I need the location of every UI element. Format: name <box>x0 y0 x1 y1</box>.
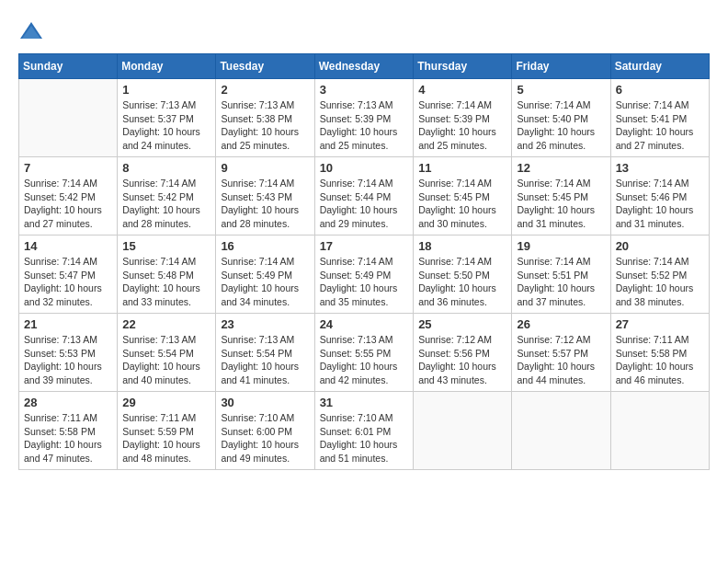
day-number: 17 <box>320 239 409 253</box>
day-info: Sunrise: 7:14 AM Sunset: 5:51 PM Dayligh… <box>517 255 605 309</box>
day-info: Sunrise: 7:14 AM Sunset: 5:45 PM Dayligh… <box>517 177 605 231</box>
calendar-cell: 12Sunrise: 7:14 AM Sunset: 5:45 PM Dayli… <box>512 157 610 236</box>
weekday-header: Monday <box>118 54 216 79</box>
day-number: 15 <box>122 239 210 253</box>
calendar-cell: 23Sunrise: 7:13 AM Sunset: 5:54 PM Dayli… <box>216 314 314 392</box>
day-info: Sunrise: 7:14 AM Sunset: 5:43 PM Dayligh… <box>221 177 309 231</box>
calendar-cell: 29Sunrise: 7:11 AM Sunset: 5:59 PM Dayli… <box>118 392 216 470</box>
day-number: 21 <box>24 317 112 331</box>
day-info: Sunrise: 7:14 AM Sunset: 5:49 PM Dayligh… <box>320 255 409 309</box>
day-info: Sunrise: 7:11 AM Sunset: 5:58 PM Dayligh… <box>616 333 704 387</box>
page-header <box>18 18 710 44</box>
calendar-cell: 19Sunrise: 7:14 AM Sunset: 5:51 PM Dayli… <box>512 236 610 314</box>
calendar-cell: 11Sunrise: 7:14 AM Sunset: 5:45 PM Dayli… <box>414 157 512 236</box>
day-number: 2 <box>221 83 309 97</box>
calendar-cell: 18Sunrise: 7:14 AM Sunset: 5:50 PM Dayli… <box>414 236 512 314</box>
day-number: 14 <box>24 239 112 253</box>
day-number: 20 <box>616 239 704 253</box>
calendar-cell: 8Sunrise: 7:14 AM Sunset: 5:42 PM Daylig… <box>118 157 216 236</box>
day-info: Sunrise: 7:14 AM Sunset: 5:42 PM Dayligh… <box>122 177 210 231</box>
calendar-week-row: 21Sunrise: 7:13 AM Sunset: 5:53 PM Dayli… <box>19 314 710 392</box>
day-info: Sunrise: 7:13 AM Sunset: 5:38 PM Dayligh… <box>221 98 309 153</box>
day-info: Sunrise: 7:13 AM Sunset: 5:37 PM Dayligh… <box>122 98 210 153</box>
calendar-cell: 25Sunrise: 7:12 AM Sunset: 5:56 PM Dayli… <box>414 314 512 392</box>
calendar-cell: 6Sunrise: 7:14 AM Sunset: 5:41 PM Daylig… <box>610 79 709 157</box>
day-info: Sunrise: 7:14 AM Sunset: 5:47 PM Dayligh… <box>24 255 112 309</box>
calendar-header-row: SundayMondayTuesdayWednesdayThursdayFrid… <box>19 54 710 79</box>
day-number: 27 <box>616 317 704 331</box>
calendar-cell: 17Sunrise: 7:14 AM Sunset: 5:49 PM Dayli… <box>314 236 414 314</box>
day-info: Sunrise: 7:12 AM Sunset: 5:57 PM Dayligh… <box>517 333 605 387</box>
calendar-cell: 1Sunrise: 7:13 AM Sunset: 5:37 PM Daylig… <box>118 79 216 157</box>
day-number: 5 <box>517 83 605 97</box>
calendar-week-row: 14Sunrise: 7:14 AM Sunset: 5:47 PM Dayli… <box>19 236 710 314</box>
day-info: Sunrise: 7:13 AM Sunset: 5:54 PM Dayligh… <box>122 333 210 387</box>
calendar-cell: 30Sunrise: 7:10 AM Sunset: 6:00 PM Dayli… <box>216 392 314 470</box>
day-number: 29 <box>122 396 210 409</box>
calendar-cell: 21Sunrise: 7:13 AM Sunset: 5:53 PM Dayli… <box>19 314 118 392</box>
weekday-header: Friday <box>512 54 610 79</box>
day-number: 11 <box>418 161 506 175</box>
day-number: 24 <box>320 317 409 331</box>
day-info: Sunrise: 7:13 AM Sunset: 5:55 PM Dayligh… <box>320 333 409 387</box>
day-number: 30 <box>221 396 309 409</box>
day-number: 18 <box>418 239 506 253</box>
weekday-header: Tuesday <box>216 54 314 79</box>
calendar-cell: 9Sunrise: 7:14 AM Sunset: 5:43 PM Daylig… <box>216 157 314 236</box>
day-info: Sunrise: 7:14 AM Sunset: 5:42 PM Dayligh… <box>24 177 112 231</box>
calendar-cell: 13Sunrise: 7:14 AM Sunset: 5:46 PM Dayli… <box>610 157 709 236</box>
day-number: 6 <box>616 83 704 97</box>
day-info: Sunrise: 7:13 AM Sunset: 5:53 PM Dayligh… <box>24 333 112 387</box>
calendar-table: SundayMondayTuesdayWednesdayThursdayFrid… <box>18 53 710 470</box>
calendar-cell: 7Sunrise: 7:14 AM Sunset: 5:42 PM Daylig… <box>19 157 118 236</box>
day-info: Sunrise: 7:14 AM Sunset: 5:50 PM Dayligh… <box>418 255 506 309</box>
calendar-cell: 15Sunrise: 7:14 AM Sunset: 5:48 PM Dayli… <box>118 236 216 314</box>
day-info: Sunrise: 7:14 AM Sunset: 5:44 PM Dayligh… <box>320 177 409 231</box>
day-info: Sunrise: 7:11 AM Sunset: 5:59 PM Dayligh… <box>122 411 210 465</box>
calendar-cell: 31Sunrise: 7:10 AM Sunset: 6:01 PM Dayli… <box>314 392 414 470</box>
calendar-cell: 24Sunrise: 7:13 AM Sunset: 5:55 PM Dayli… <box>314 314 414 392</box>
day-number: 25 <box>418 317 506 331</box>
calendar-cell: 16Sunrise: 7:14 AM Sunset: 5:49 PM Dayli… <box>216 236 314 314</box>
day-info: Sunrise: 7:10 AM Sunset: 6:01 PM Dayligh… <box>320 411 409 465</box>
day-info: Sunrise: 7:14 AM Sunset: 5:52 PM Dayligh… <box>616 255 704 309</box>
calendar-cell: 26Sunrise: 7:12 AM Sunset: 5:57 PM Dayli… <box>512 314 610 392</box>
day-info: Sunrise: 7:14 AM Sunset: 5:39 PM Dayligh… <box>418 98 506 153</box>
day-info: Sunrise: 7:13 AM Sunset: 5:54 PM Dayligh… <box>221 333 309 387</box>
day-number: 7 <box>24 161 112 175</box>
calendar-cell: 2Sunrise: 7:13 AM Sunset: 5:38 PM Daylig… <box>216 79 314 157</box>
day-info: Sunrise: 7:14 AM Sunset: 5:45 PM Dayligh… <box>418 177 506 231</box>
day-info: Sunrise: 7:14 AM Sunset: 5:40 PM Dayligh… <box>517 98 605 153</box>
day-info: Sunrise: 7:14 AM Sunset: 5:41 PM Dayligh… <box>616 98 704 153</box>
day-number: 26 <box>517 317 605 331</box>
day-info: Sunrise: 7:10 AM Sunset: 6:00 PM Dayligh… <box>221 411 309 465</box>
day-number: 9 <box>221 161 309 175</box>
day-number: 31 <box>320 396 409 409</box>
calendar-cell <box>414 392 512 470</box>
day-info: Sunrise: 7:12 AM Sunset: 5:56 PM Dayligh… <box>418 333 506 387</box>
logo <box>18 18 48 44</box>
calendar-cell: 22Sunrise: 7:13 AM Sunset: 5:54 PM Dayli… <box>118 314 216 392</box>
weekday-header: Saturday <box>610 54 709 79</box>
calendar-cell: 4Sunrise: 7:14 AM Sunset: 5:39 PM Daylig… <box>414 79 512 157</box>
weekday-header: Sunday <box>19 54 118 79</box>
calendar-cell: 3Sunrise: 7:13 AM Sunset: 5:39 PM Daylig… <box>314 79 414 157</box>
day-number: 19 <box>517 239 605 253</box>
calendar-week-row: 1Sunrise: 7:13 AM Sunset: 5:37 PM Daylig… <box>19 79 710 157</box>
calendar-cell <box>19 79 118 157</box>
day-number: 1 <box>122 83 210 97</box>
day-info: Sunrise: 7:14 AM Sunset: 5:49 PM Dayligh… <box>221 255 309 309</box>
day-number: 10 <box>320 161 409 175</box>
day-info: Sunrise: 7:14 AM Sunset: 5:48 PM Dayligh… <box>122 255 210 309</box>
calendar-week-row: 28Sunrise: 7:11 AM Sunset: 5:58 PM Dayli… <box>19 392 710 470</box>
calendar-cell: 20Sunrise: 7:14 AM Sunset: 5:52 PM Dayli… <box>610 236 709 314</box>
day-number: 28 <box>24 396 112 409</box>
calendar-cell: 10Sunrise: 7:14 AM Sunset: 5:44 PM Dayli… <box>314 157 414 236</box>
day-number: 3 <box>320 83 409 97</box>
day-number: 22 <box>122 317 210 331</box>
day-number: 23 <box>221 317 309 331</box>
calendar-cell: 28Sunrise: 7:11 AM Sunset: 5:58 PM Dayli… <box>19 392 118 470</box>
calendar-cell: 5Sunrise: 7:14 AM Sunset: 5:40 PM Daylig… <box>512 79 610 157</box>
calendar-cell <box>610 392 709 470</box>
day-number: 16 <box>221 239 309 253</box>
